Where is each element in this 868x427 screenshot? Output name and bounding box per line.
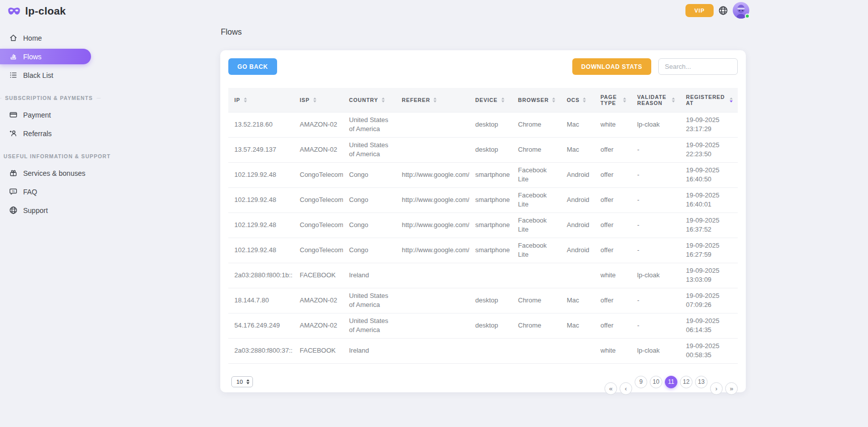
cell-referer — [396, 288, 469, 313]
page-button-11[interactable]: 11 — [665, 376, 677, 388]
cell-ip: 102.129.92.48 — [228, 212, 294, 238]
sidebar-item-referrals[interactable]: Referrals — [0, 126, 101, 141]
page-size-value: 10 — [236, 379, 243, 385]
cell-referer — [396, 112, 469, 137]
cell-ip: 2a03:2880:f800:1b:: — [228, 263, 294, 288]
sidebar-item-black-list[interactable]: Black List — [0, 67, 101, 83]
table-row: 102.129.92.48CongoTelecomCongohttp://www… — [228, 238, 738, 263]
column-header-isp[interactable]: ISP — [294, 88, 343, 112]
sidebar-item-label: FAQ — [23, 188, 37, 196]
page-button-10[interactable]: 10 — [650, 376, 662, 388]
cell-registered_at: 19-09-202522:23:50 — [680, 137, 738, 162]
page-size-select[interactable]: 10 — [231, 376, 253, 387]
column-label: OCS — [567, 97, 579, 103]
page-button-13[interactable]: 13 — [695, 376, 708, 388]
brand-logo: lp-cloak — [0, 0, 101, 17]
cell-ip: 18.144.7.80 — [228, 288, 294, 313]
table-row: 102.129.92.48CongoTelecomCongohttp://www… — [228, 187, 738, 212]
sort-icon — [672, 97, 675, 102]
cell-country: Ireland — [343, 263, 396, 288]
flows-card: GO BACK DOWNLOAD STATS IPISPCOUNTRYREFER… — [220, 50, 746, 392]
cell-country: United States of America — [343, 137, 396, 162]
sidebar-item-label: Home — [23, 34, 42, 42]
sort-icon — [244, 97, 247, 102]
table-row: 18.144.7.80AMAZON-02United States of Ame… — [228, 288, 738, 313]
first-page-button[interactable]: « — [604, 382, 617, 395]
home-icon — [9, 34, 18, 42]
column-header-page_type[interactable]: PAGE TYPE — [594, 88, 631, 112]
cell-isp: CongoTelecom — [294, 238, 343, 263]
page-button-9[interactable]: 9 — [635, 376, 647, 388]
cell-ocs: Mac — [561, 288, 594, 313]
sidebar-item-support[interactable]: Support — [0, 202, 101, 218]
column-header-validate_reason[interactable]: VALIDATE REASON — [631, 88, 680, 112]
blacklist-icon — [9, 71, 18, 79]
cell-ip: 54.176.249.249 — [228, 313, 294, 338]
support-icon — [9, 206, 18, 215]
search-input[interactable] — [658, 58, 738, 75]
vip-button[interactable]: VIP — [685, 4, 714, 17]
table-row: 102.129.92.48CongoTelecomCongohttp://www… — [228, 162, 738, 187]
globe-icon[interactable] — [718, 6, 728, 16]
cell-device — [469, 338, 512, 363]
go-back-button[interactable]: GO BACK — [228, 58, 277, 75]
cell-registered_at: 19-09-202516:40:01 — [680, 187, 738, 212]
faq-icon: ?! — [9, 187, 18, 196]
column-header-referer[interactable]: REFERER — [396, 88, 469, 112]
cell-page_type: offer — [594, 288, 631, 313]
prev-page-button[interactable]: ‹ — [620, 382, 632, 395]
sort-icon — [552, 97, 555, 102]
cell-browser: Facebook Lite — [512, 187, 561, 212]
column-header-browser[interactable]: BROWSER — [512, 88, 561, 112]
sidebar-item-faq[interactable]: ?!FAQ — [0, 184, 101, 199]
sidebar-item-services-bonuses[interactable]: Services & bonuses — [0, 165, 101, 181]
cell-referer: http://www.google.com/ — [396, 162, 469, 187]
sidebar-section-header: SUBSCRIPTION & PAYMENTS — [0, 95, 101, 101]
cell-validate_reason: lp-cloak — [631, 338, 680, 363]
mask-icon — [7, 5, 21, 17]
column-header-device[interactable]: DEVICE — [469, 88, 512, 112]
column-label: VALIDATE REASON — [637, 94, 668, 106]
table-row: 102.129.92.48CongoTelecomCongohttp://www… — [228, 212, 738, 238]
cell-country: Ireland — [343, 338, 396, 363]
cell-ocs: Android — [561, 212, 594, 238]
toolbar: GO BACK DOWNLOAD STATS — [228, 58, 738, 75]
cell-isp: AMAZON-02 — [294, 137, 343, 162]
cell-validate_reason: - — [631, 162, 680, 187]
pagination: «‹910111213›» — [604, 369, 738, 395]
cell-registered_at: 19-09-202506:14:35 — [680, 313, 738, 338]
cell-validate_reason: - — [631, 313, 680, 338]
avatar[interactable] — [733, 2, 749, 19]
next-page-button[interactable]: › — [710, 382, 723, 395]
cell-country: Congo — [343, 162, 396, 187]
column-header-registered_at[interactable]: REGISTERED AT — [680, 88, 738, 112]
sidebar-item-label: Support — [23, 206, 48, 215]
cell-device: smartphone — [469, 238, 512, 263]
cell-isp: FACEBOOK — [294, 263, 343, 288]
column-header-ip[interactable]: IP — [228, 88, 294, 112]
table-row: 13.52.218.60AMAZON-02United States of Am… — [228, 112, 738, 137]
sidebar-item-home[interactable]: Home — [0, 30, 101, 46]
cell-validate_reason: - — [631, 187, 680, 212]
last-page-button[interactable]: » — [725, 382, 738, 395]
brand-name: lp-cloak — [25, 5, 66, 17]
payment-icon — [9, 111, 18, 119]
cell-browser: Chrome — [512, 288, 561, 313]
sidebar-item-flows[interactable]: Flows — [0, 49, 91, 64]
sidebar-item-payment[interactable]: Payment — [0, 107, 101, 123]
sort-icon — [433, 97, 437, 102]
cell-isp: CongoTelecom — [294, 212, 343, 238]
cell-country: United States of America — [343, 112, 396, 137]
cell-ocs — [561, 263, 594, 288]
column-header-ocs[interactable]: OCS — [561, 88, 594, 112]
sidebar-item-label: Flows — [23, 53, 42, 61]
column-header-country[interactable]: COUNTRY — [343, 88, 396, 112]
cell-ocs — [561, 338, 594, 363]
cell-country: United States of America — [343, 288, 396, 313]
cell-page_type: offer — [594, 212, 631, 238]
download-stats-button[interactable]: DOWNLOAD STATS — [572, 58, 651, 75]
sidebar: lp-cloak HomeFlowsBlack ListSUBSCRIPTION… — [0, 0, 101, 427]
cell-device: smartphone — [469, 187, 512, 212]
cell-page_type: offer — [594, 313, 631, 338]
page-button-12[interactable]: 12 — [680, 376, 692, 388]
